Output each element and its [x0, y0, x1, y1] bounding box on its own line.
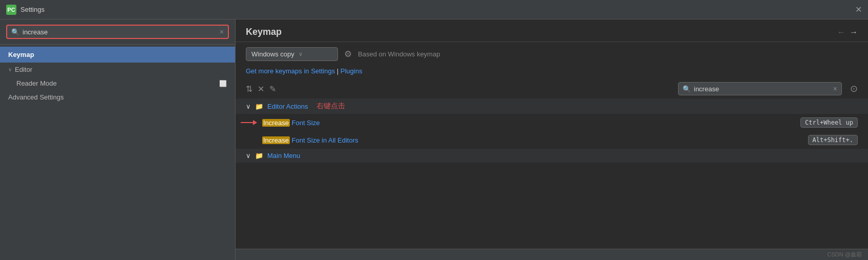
reader-mode-icon: ⬜ [219, 80, 227, 87]
sidebar-item-keymap[interactable]: Keymap [0, 47, 235, 63]
folder-icon: 📁 [255, 103, 263, 110]
arrow-indicator [241, 120, 257, 125]
keymap-controls: Windows copy ∨ ⚙ Based on Windows keymap [236, 42, 868, 66]
app-icon: PC [6, 5, 16, 15]
chevron-down-icon: ∨ [299, 51, 303, 57]
main-search-input[interactable] [694, 85, 833, 93]
main-container: 🔍 × Keymap ∨ Editor Reader Mode ⬜ Advanc… [0, 19, 868, 260]
window-title: Settings [20, 6, 45, 13]
plugins-link[interactable]: Plugins [341, 67, 363, 75]
toolbar-left: ⇅ ✕ ✎ [246, 84, 276, 94]
nav-back-button[interactable]: ← [837, 28, 845, 37]
editor-actions-label: Editor Actions [267, 103, 308, 110]
annotation-text: 右键点击 [316, 102, 345, 111]
main-menu-label: Main Menu [267, 152, 300, 159]
main-search-box[interactable]: 🔍 × [678, 82, 842, 95]
based-on-text: Based on Windows keymap [358, 50, 440, 58]
group-chevron-icon: ∨ [246, 103, 251, 110]
pipe-char: | [337, 67, 341, 75]
sidebar-item-advanced-settings[interactable]: Advanced Settings [0, 90, 235, 104]
increase-font-size-row[interactable]: Increase Font Size Ctrl+Wheel up [236, 114, 868, 131]
keymap-link-row: Get more keymaps in Settings | Plugins [236, 66, 868, 79]
sidebar: 🔍 × Keymap ∨ Editor Reader Mode ⬜ Advanc… [0, 19, 236, 260]
advanced-settings-label: Advanced Settings [8, 93, 63, 101]
highlight-increase: Increase [262, 119, 290, 127]
keymap-label: Keymap [8, 51, 34, 58]
editor-label: Editor [15, 66, 32, 73]
sidebar-item-editor[interactable]: ∨ Editor [0, 63, 235, 76]
editor-actions-group-header[interactable]: ∨ 📁 Editor Actions 右键点击 [236, 98, 868, 114]
arrow-line [241, 122, 253, 123]
increase-font-size-name: Increase Font Size [262, 119, 800, 127]
main-menu-group-header[interactable]: ∨ 📁 Main Menu [236, 149, 868, 163]
main-menu-folder-icon: 📁 [255, 152, 263, 159]
page-title: Keymap [246, 27, 282, 37]
shortcut-ctrl-wheel: Ctrl+Wheel up [800, 117, 858, 128]
increase-font-size-all-name: Increase Font Size in All Editors [262, 136, 808, 144]
remove-icon[interactable]: ✕ [258, 84, 264, 94]
get-more-keymaps-link[interactable]: Get more keymaps in Settings [246, 67, 335, 75]
increase-font-size-all-row[interactable]: Increase Font Size in All Editors Alt+Sh… [236, 131, 868, 149]
content-header: Keymap ← → [236, 19, 868, 42]
nav-forward-button[interactable]: → [850, 28, 858, 37]
toolbar-right: 🔍 × ⊙ [678, 82, 858, 95]
font-size-rest: Font Size [290, 119, 320, 127]
main-search-clear[interactable]: × [833, 85, 837, 93]
sidebar-search-input[interactable] [23, 28, 220, 36]
search-icon: 🔍 [11, 28, 19, 36]
keymap-table: ∨ 📁 Editor Actions 右键点击 Increase Font Si… [236, 98, 868, 249]
highlight-increase-all: Increase [262, 136, 290, 144]
sidebar-nav: Keymap ∨ Editor Reader Mode ⬜ Advanced S… [0, 45, 235, 260]
up-down-icon[interactable]: ⇅ [246, 84, 252, 94]
arrow-shape [241, 120, 257, 125]
arrow-head [253, 120, 257, 125]
main-menu-chevron-icon: ∨ [246, 152, 251, 159]
keymap-dropdown[interactable]: Windows copy ∨ [246, 47, 338, 61]
footer: CSDN @鑫霸 [236, 249, 868, 260]
edit-icon[interactable]: ✎ [269, 84, 276, 94]
chevron-icon: ∨ [8, 67, 12, 72]
user-filter-icon[interactable]: ⊙ [850, 83, 858, 94]
sidebar-search-box[interactable]: 🔍 × [6, 25, 229, 39]
gear-icon[interactable]: ⚙ [344, 49, 352, 59]
sidebar-search-area: 🔍 × [0, 19, 235, 45]
reader-mode-label: Reader Mode [16, 79, 57, 87]
shortcut-alt-shift: Alt+Shift+. [808, 135, 858, 145]
close-button[interactable]: ✕ [855, 5, 862, 14]
sidebar-item-reader-mode[interactable]: Reader Mode ⬜ [0, 76, 235, 90]
main-search-icon: 🔍 [683, 85, 691, 93]
toolbar-row: ⇅ ✕ ✎ 🔍 × ⊙ [236, 79, 868, 98]
nav-arrows: ← → [837, 28, 858, 37]
font-size-all-rest: Font Size in All Editors [290, 136, 358, 144]
main-content: Keymap ← → Windows copy ∨ ⚙ Based on Win… [236, 19, 868, 260]
sidebar-search-clear[interactable]: × [220, 28, 224, 36]
title-bar: PC Settings ✕ [0, 0, 868, 19]
footer-text: CSDN @鑫霸 [828, 251, 862, 258]
dropdown-value: Windows copy [251, 50, 294, 58]
